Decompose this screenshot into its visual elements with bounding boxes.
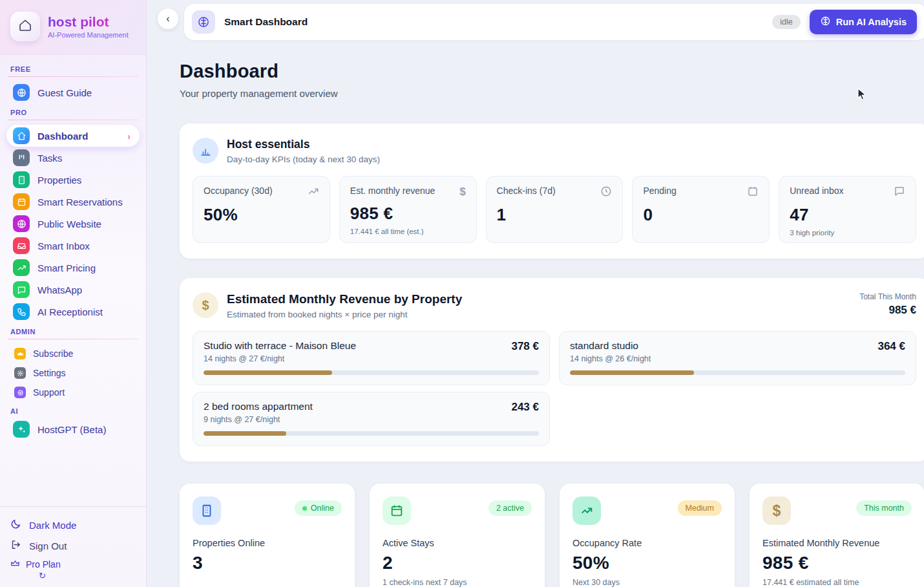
message-icon bbox=[894, 186, 905, 200]
inbox-icon bbox=[13, 237, 30, 254]
property-detail: 14 nights @ 27 €/night bbox=[204, 354, 356, 363]
status-badge: Medium bbox=[678, 500, 722, 516]
sidebar-item-smart-inbox[interactable]: Smart Inbox bbox=[6, 235, 140, 257]
clock-icon bbox=[600, 186, 612, 200]
header-title: Smart Dashboard bbox=[224, 16, 308, 28]
section-divider bbox=[8, 120, 138, 120]
revenue-progress-track bbox=[204, 370, 539, 375]
stat-properties-online: Online Properties Online 3 bbox=[180, 484, 355, 587]
smart-dashboard-header: Smart Dashboard idle Run AI Analysis bbox=[184, 4, 924, 40]
section-label-ai: AI bbox=[10, 407, 136, 415]
kpi-pending: Pending 0 bbox=[632, 176, 770, 243]
stat-occupancy-rate: Medium Occupancy Rate 50% Next 30 days bbox=[560, 484, 735, 587]
status-badge: idle bbox=[772, 15, 800, 29]
sidebar-item-label: Subscribe bbox=[33, 348, 73, 359]
section-label-pro: PRO bbox=[10, 109, 136, 116]
trending-up-icon bbox=[13, 259, 30, 276]
sidebar-item-properties[interactable]: Properties bbox=[6, 169, 140, 191]
kpi-label: Unread inbox bbox=[790, 186, 843, 196]
sign-out-button[interactable]: Sign Out bbox=[10, 535, 136, 556]
sidebar-collapse-button[interactable]: ‹ bbox=[157, 8, 179, 30]
sidebar-item-settings[interactable]: Settings bbox=[6, 363, 140, 383]
badge-label: Medium bbox=[686, 504, 714, 513]
property-amount: 364 € bbox=[877, 340, 905, 353]
host-essentials-subtitle: Day-to-day KPIs (today & next 30 days) bbox=[227, 155, 380, 164]
dollar-icon: $ bbox=[193, 292, 218, 318]
run-button-label: Run AI Analysis bbox=[836, 17, 907, 27]
total-this-month-value: 985 € bbox=[859, 304, 916, 317]
sidebar-item-public-website[interactable]: Public Website bbox=[6, 213, 140, 235]
trending-up-icon bbox=[572, 496, 601, 525]
house-icon bbox=[17, 17, 33, 36]
phone-icon bbox=[13, 303, 30, 320]
sidebar-item-tasks[interactable]: Tasks bbox=[6, 147, 140, 169]
sidebar-item-label: Support bbox=[33, 387, 65, 398]
refresh-icon[interactable]: ↻ bbox=[39, 571, 136, 581]
brand-tagline: AI-Powered Management bbox=[48, 31, 129, 39]
kpi-label: Pending bbox=[643, 186, 676, 196]
section-label-free: FREE bbox=[10, 65, 136, 73]
stat-value: 3 bbox=[193, 553, 342, 573]
page-content: Dashboard Your property management overv… bbox=[180, 61, 924, 587]
stat-value: 2 bbox=[383, 553, 532, 573]
sidebar-item-smart-reservations[interactable]: Smart Reservations bbox=[6, 191, 140, 213]
stat-sub: 1 check-ins next 7 days bbox=[383, 578, 532, 587]
brain-icon bbox=[192, 10, 215, 34]
section-divider bbox=[8, 339, 138, 339]
badge-label: Online bbox=[311, 504, 334, 513]
building-icon bbox=[13, 171, 30, 188]
sidebar-item-label: Public Website bbox=[37, 219, 101, 229]
sidebar-item-smart-pricing[interactable]: Smart Pricing bbox=[6, 257, 140, 279]
sidebar-item-whatsapp[interactable]: WhatsApp bbox=[6, 279, 140, 301]
chevron-right-icon: › bbox=[127, 131, 131, 142]
globe-icon bbox=[13, 215, 30, 232]
dark-mode-toggle[interactable]: Dark Mode bbox=[10, 515, 136, 535]
sidebar-item-ai-receptionist[interactable]: AI Receptionist bbox=[6, 301, 140, 323]
sidebar-item-support[interactable]: Support bbox=[6, 383, 140, 402]
sidebar-item-label: AI Receptionist bbox=[37, 306, 103, 317]
stat-sub: 17.441 € estimated all time bbox=[762, 578, 912, 587]
sidebar-item-hostgpt[interactable]: HostGPT (Beta) bbox=[6, 418, 140, 440]
gear-icon bbox=[14, 367, 26, 379]
section-label-admin: ADMIN bbox=[10, 328, 136, 336]
status-dot bbox=[302, 506, 307, 511]
revenue-progress-fill bbox=[570, 370, 694, 375]
host-essentials-title: Host essentials bbox=[227, 138, 380, 151]
kpi-value: 47 bbox=[790, 205, 905, 225]
property-row: Studio with terrace - Maison Bleue 14 ni… bbox=[193, 331, 550, 385]
sidebar-item-label: WhatsApp bbox=[37, 284, 82, 295]
kpi-revenue: Est. monthly revenue $ 985 € 17.441 € al… bbox=[339, 176, 477, 243]
status-badge: 2 active bbox=[488, 500, 532, 516]
brand-logo bbox=[10, 12, 40, 41]
kpi-label: Check-ins (7d) bbox=[497, 186, 556, 196]
sidebar-item-dashboard[interactable]: Dashboard › bbox=[6, 125, 140, 147]
home-icon bbox=[13, 127, 30, 144]
calendar-icon bbox=[13, 193, 30, 210]
revenue-subtitle: Estimated from booked nights × price per… bbox=[227, 310, 462, 319]
brand-name: host pilot bbox=[48, 14, 129, 29]
stat-label: Occupancy Rate bbox=[572, 538, 722, 548]
kpi-label: Est. monthly revenue bbox=[350, 186, 436, 196]
run-ai-analysis-button[interactable]: Run AI Analysis bbox=[810, 10, 917, 34]
kpi-value: 50% bbox=[204, 205, 319, 225]
moon-icon bbox=[10, 518, 21, 531]
revenue-progress-track bbox=[570, 370, 905, 375]
kpi-value: 1 bbox=[497, 205, 613, 225]
status-badge: Online bbox=[295, 500, 342, 516]
sidebar-item-guest-guide[interactable]: Guest Guide bbox=[6, 81, 140, 103]
status-badge: This month bbox=[856, 500, 912, 516]
dollar-icon: $ bbox=[762, 496, 791, 525]
plan-badge[interactable]: Pro Plan bbox=[10, 559, 136, 570]
sidebar-item-subscribe[interactable]: Subscribe bbox=[6, 344, 140, 363]
sign-out-label: Sign Out bbox=[29, 540, 67, 551]
bar-chart-icon bbox=[193, 138, 218, 164]
crown-icon bbox=[10, 559, 20, 570]
revenue-progress-fill bbox=[204, 370, 332, 375]
calendar-icon bbox=[747, 186, 759, 200]
sidebar: host pilot AI-Powered Management FREE Gu… bbox=[0, 0, 147, 587]
sidebar-item-label: HostGPT (Beta) bbox=[37, 424, 106, 435]
stat-active-stays: 2 active Active Stays 2 1 check-ins next… bbox=[370, 484, 545, 587]
stat-label: Properties Online bbox=[193, 538, 342, 548]
stat-card-row: Online Properties Online 3 2 active bbox=[180, 484, 924, 587]
property-amount: 243 € bbox=[511, 401, 539, 414]
